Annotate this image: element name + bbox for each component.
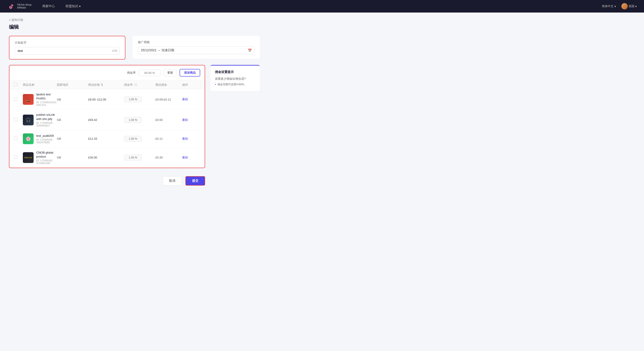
char-count: 4/30 bbox=[112, 49, 117, 52]
region-selector[interactable]: 英国 ▾ bbox=[622, 3, 637, 10]
commission-input-4[interactable] bbox=[124, 155, 142, 160]
period-label: 推广周期 bbox=[138, 40, 254, 44]
breadcrumb[interactable]: < 定向计划 bbox=[9, 18, 260, 22]
nav-left: TikTok Shop Affiliate 商家中心 联盟知识 ▾ bbox=[7, 2, 80, 10]
nav-merchant-center[interactable]: 商家中心 bbox=[42, 4, 55, 8]
table-row: 🌸 test_audit209 ID: 172939108 3262478583… bbox=[10, 130, 205, 148]
commission-cell-3 bbox=[124, 136, 156, 142]
product-name-1: lipstick test Pro001 bbox=[36, 92, 57, 100]
header-estimated: 预估佣金 bbox=[156, 83, 182, 87]
table-row: 🎧 publish unLink with sho pify ID: 17293… bbox=[10, 110, 205, 130]
calendar-icon[interactable]: 📅 bbox=[248, 48, 252, 52]
delete-button-3[interactable]: 删除 bbox=[182, 137, 200, 141]
sidebar-tip: 佣金范围可设置0-80%。 bbox=[215, 82, 255, 86]
top-navigation: TikTok Shop Affiliate 商家中心 联盟知识 ▾ 简体中文 ▾… bbox=[0, 0, 644, 12]
sort-icon[interactable]: ⇅ bbox=[101, 83, 103, 86]
commission-cell-2 bbox=[124, 117, 156, 123]
sidebar-title: 佣金设置提示 bbox=[215, 70, 255, 74]
estimated-2: £0.93 bbox=[156, 118, 182, 122]
logo[interactable]: TikTok Shop Affiliate bbox=[7, 2, 32, 10]
country-1: GB bbox=[57, 98, 88, 101]
product-info-3: 🌸 test_audit209 ID: 172939108 3262478583 bbox=[23, 134, 57, 144]
table-row: 💄 lipstick test Pro001 ID: 172938252401 … bbox=[10, 89, 205, 110]
product-checkbox-2[interactable] bbox=[14, 118, 18, 121]
period-input[interactable] bbox=[138, 46, 254, 54]
product-thumbnail-1: 💄 bbox=[23, 94, 34, 105]
commission-cell-1 bbox=[124, 96, 156, 102]
product-info-2: 🎧 publish unLink with sho pify ID: 17293… bbox=[23, 113, 57, 127]
table-toolbar: 佣金率 更新 添加商品 bbox=[10, 65, 205, 80]
country-2: GB bbox=[57, 118, 88, 122]
estimated-3: £0.11 bbox=[156, 137, 182, 140]
product-thumbnail-3: 🌸 bbox=[23, 134, 34, 144]
product-info-4: BINLUN CNOB global product ID: 172939182… bbox=[23, 151, 57, 164]
country-4: GB bbox=[57, 156, 88, 159]
product-id-3: ID: 172939108 3262478583 bbox=[36, 138, 57, 144]
plan-name-label: 计划名字 bbox=[15, 41, 120, 45]
product-details-3: test_audit209 ID: 172939108 3262478583 bbox=[36, 134, 57, 144]
product-name-4: CNOB global product bbox=[36, 151, 57, 159]
delete-button-1[interactable]: 删除 bbox=[182, 98, 200, 102]
update-button[interactable]: 更新 bbox=[164, 69, 177, 76]
table-header: 商品名称 国家地区 商品价格 ⇅ 佣金率 ⓘ 预估佣金 操作 bbox=[10, 80, 205, 89]
header-price: 商品价格 ⇅ bbox=[88, 83, 124, 87]
svg-point-0 bbox=[7, 2, 15, 10]
commission-rate-input[interactable] bbox=[138, 70, 161, 76]
commission-input-2[interactable] bbox=[124, 117, 142, 123]
footer-actions: 取消 提交 bbox=[9, 172, 205, 190]
period-card: 推广周期 📅 bbox=[132, 36, 260, 59]
add-product-button[interactable]: 添加商品 bbox=[180, 69, 200, 76]
product-checkbox-4[interactable] bbox=[14, 155, 18, 159]
row-checkbox bbox=[14, 98, 23, 102]
delete-button-2[interactable]: 删除 bbox=[182, 118, 200, 122]
plan-name-input-wrap: 4/30 bbox=[15, 47, 120, 54]
estimated-4: £0.30 bbox=[156, 156, 182, 159]
sidebar: 佣金设置提示 设置多少佣金比例合适? 佣金范围可设置0-80%。 bbox=[210, 65, 260, 190]
sidebar-question: 设置多少佣金比例合适? bbox=[215, 77, 255, 81]
estimated-1: £0.09-£0.12 bbox=[156, 98, 182, 101]
header-action: 操作 bbox=[182, 83, 200, 87]
header-product-name: 商品名称 bbox=[23, 83, 57, 87]
product-checkbox-3[interactable] bbox=[14, 136, 18, 140]
tiktok-logo-icon bbox=[7, 2, 15, 10]
form-row: 计划名字 4/30 推广周期 📅 bbox=[9, 36, 260, 60]
period-input-wrap: 📅 bbox=[138, 46, 254, 54]
main-with-sidebar: 佣金率 更新 添加商品 商品名称 国家地区 商品价格 ⇅ 佣金率 bbox=[9, 65, 260, 190]
price-1: £9.00- £12.00 bbox=[88, 98, 124, 101]
product-details-2: publish unLink with sho pify ID: 1729391… bbox=[36, 113, 57, 127]
commission-input-3[interactable] bbox=[124, 136, 142, 142]
cancel-button[interactable]: 取消 bbox=[162, 176, 182, 186]
price-3: £11.33 bbox=[88, 137, 124, 140]
product-details-4: CNOB global product ID: 172939182 471096… bbox=[36, 151, 57, 164]
logo-text: TikTok Shop Affiliate bbox=[17, 3, 32, 9]
nav-right: 简体中文 ▾ 英国 ▾ bbox=[602, 3, 637, 10]
table-row: BINLUN CNOB global product ID: 172939182… bbox=[10, 148, 205, 168]
select-all-checkbox[interactable] bbox=[14, 82, 18, 86]
product-checkbox-1[interactable] bbox=[14, 98, 18, 101]
plan-name-input[interactable] bbox=[15, 47, 120, 54]
header-country: 国家地区 bbox=[57, 83, 88, 87]
price-4: £30.00 bbox=[88, 156, 124, 159]
delete-button-4[interactable]: 删除 bbox=[182, 156, 200, 160]
price-2: £93.42 bbox=[88, 118, 124, 122]
language-selector[interactable]: 简体中文 ▾ bbox=[602, 4, 616, 8]
row-checkbox bbox=[14, 136, 23, 141]
product-id-4: ID: 172939182 4710961399 bbox=[36, 159, 57, 164]
chevron-down-icon: ▾ bbox=[635, 5, 637, 8]
avatar bbox=[622, 3, 628, 10]
product-name-2: publish unLink with sho pify bbox=[36, 113, 57, 121]
chevron-down-icon: ▾ bbox=[79, 4, 80, 8]
commission-cell-4 bbox=[124, 155, 156, 160]
nav-affiliate-knowledge[interactable]: 联盟知识 ▾ bbox=[66, 4, 80, 8]
header-commission-rate: 佣金率 ⓘ bbox=[124, 83, 156, 87]
commission-input-1[interactable] bbox=[124, 96, 142, 102]
country-3: GB bbox=[57, 137, 88, 140]
header-checkbox bbox=[14, 82, 23, 87]
main-content: 佣金率 更新 添加商品 商品名称 国家地区 商品价格 ⇅ 佣金率 bbox=[9, 65, 205, 190]
submit-button[interactable]: 提交 bbox=[186, 176, 205, 186]
product-info-1: 💄 lipstick test Pro001 ID: 172938252401 … bbox=[23, 92, 57, 106]
product-table-section: 佣金率 更新 添加商品 商品名称 国家地区 商品价格 ⇅ 佣金率 bbox=[9, 65, 205, 168]
sidebar-card: 佣金设置提示 设置多少佣金比例合适? 佣金范围可设置0-80%。 bbox=[210, 65, 260, 91]
page-title: 编辑 bbox=[9, 24, 260, 30]
product-details-1: lipstick test Pro001 ID: 172938252401 24… bbox=[36, 92, 57, 106]
